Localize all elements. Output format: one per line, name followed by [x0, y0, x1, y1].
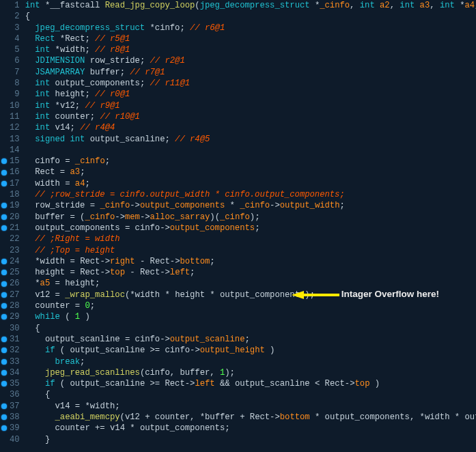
- breakpoint-icon[interactable]: [1, 270, 7, 275]
- breakpoint-icon[interactable]: [1, 370, 7, 376]
- gutter-row[interactable]: 22: [1, 234, 20, 244]
- code-line[interactable]: v14 = *width;: [25, 401, 476, 412]
- code-line[interactable]: height = Rect->top - Rect->left;: [25, 267, 476, 278]
- gutter-row[interactable]: 26: [1, 278, 20, 289]
- code-line[interactable]: }: [25, 434, 476, 445]
- gutter-row[interactable]: 7: [1, 67, 20, 78]
- code-line[interactable]: JSAMPARRAY buffer; // r7@1: [25, 67, 476, 78]
- code-line[interactable]: width = a4;: [25, 178, 476, 189]
- code-line[interactable]: jpeg_decompress_struct *cinfo; // r6@1: [25, 23, 476, 33]
- gutter-row[interactable]: 12: [1, 122, 20, 133]
- code-line[interactable]: int *width; // r8@1: [25, 44, 476, 55]
- breakpoint-icon[interactable]: [1, 281, 7, 287]
- breakpoint-icon[interactable]: [1, 203, 7, 208]
- breakpoint-icon[interactable]: [1, 259, 7, 264]
- code-line[interactable]: // ;Right = width: [25, 234, 476, 244]
- code-line[interactable]: {: [25, 323, 476, 334]
- breakpoint-icon[interactable]: [1, 337, 7, 342]
- code-line[interactable]: // ;row_stride = cinfo.output_width * ci…: [25, 189, 476, 200]
- gutter-row[interactable]: 2: [1, 11, 20, 22]
- breakpoint-icon[interactable]: [1, 425, 7, 431]
- code-line[interactable]: _aeabi_memcpy(v12 + counter, *buffer + R…: [25, 412, 476, 423]
- gutter-row[interactable]: 29: [1, 311, 20, 322]
- gutter-row[interactable]: 3: [1, 23, 20, 33]
- gutter-row[interactable]: 39: [1, 423, 20, 434]
- breakpoint-icon[interactable]: [1, 303, 7, 309]
- gutter-row[interactable]: 31: [1, 334, 20, 345]
- gutter-row[interactable]: 13: [1, 134, 20, 145]
- code-line[interactable]: buffer = (_cinfo->mem->alloc_sarray)(_ci…: [25, 212, 476, 223]
- breakpoint-icon[interactable]: [1, 292, 7, 298]
- code-line[interactable]: {: [25, 11, 476, 22]
- breakpoint-icon[interactable]: [1, 359, 7, 365]
- gutter-row[interactable]: 37: [1, 401, 20, 412]
- code-area[interactable]: int *__fastcall Read_jpg_copy_loop(jpeg_…: [23, 0, 476, 452]
- gutter-row[interactable]: 27: [1, 289, 20, 300]
- gutter-row[interactable]: 38: [1, 412, 20, 423]
- gutter-row[interactable]: 4: [1, 33, 20, 44]
- code-line[interactable]: counter += v14 * output_components;: [25, 423, 476, 434]
- gutter-row[interactable]: 36: [1, 389, 20, 400]
- gutter-row[interactable]: 17: [1, 178, 20, 189]
- breakpoint-icon[interactable]: [1, 181, 7, 186]
- code-line[interactable]: int v14; // r4@4: [25, 122, 476, 133]
- gutter-row[interactable]: 40: [1, 434, 20, 445]
- gutter-row[interactable]: 14: [1, 145, 20, 156]
- gutter-row[interactable]: 18: [1, 189, 20, 200]
- gutter-row[interactable]: 33: [1, 356, 20, 367]
- code-line[interactable]: signed int output_scanline; // r4@5: [25, 134, 476, 145]
- gutter-row[interactable]: 28: [1, 300, 20, 311]
- gutter-row[interactable]: 1: [1, 0, 20, 11]
- breakpoint-icon[interactable]: [1, 158, 7, 164]
- code-line[interactable]: [25, 145, 476, 156]
- gutter-row[interactable]: 23: [1, 245, 20, 256]
- code-line[interactable]: JDIMENSION row_stride; // r2@1: [25, 55, 476, 66]
- code-line[interactable]: cinfo = _cinfo;: [25, 156, 476, 167]
- code-line[interactable]: output_scanline = cinfo->output_scanline…: [25, 334, 476, 345]
- code-line[interactable]: {: [25, 389, 476, 400]
- gutter-row[interactable]: 30: [1, 323, 20, 334]
- breakpoint-icon[interactable]: [1, 414, 7, 420]
- gutter-row[interactable]: 6: [1, 55, 20, 66]
- breakpoint-icon[interactable]: [1, 214, 7, 220]
- gutter-row[interactable]: 8: [1, 78, 20, 89]
- code-line[interactable]: Rect *Rect; // r5@1: [25, 33, 476, 44]
- gutter-row[interactable]: 15: [1, 156, 20, 167]
- gutter-row[interactable]: 32: [1, 345, 20, 356]
- code-line[interactable]: break;: [25, 356, 476, 367]
- gutter-row[interactable]: 11: [1, 111, 20, 122]
- code-line[interactable]: row_stride = _cinfo->output_components *…: [25, 200, 476, 211]
- code-line[interactable]: v12 = _wrap_malloc(*width * height * out…: [25, 289, 476, 300]
- code-line[interactable]: jpeg_read_scanlines(cinfo, buffer, 1);: [25, 367, 476, 378]
- gutter-row[interactable]: 5: [1, 44, 20, 55]
- gutter-row[interactable]: 21: [1, 223, 20, 234]
- code-line[interactable]: while ( 1 ): [25, 311, 476, 322]
- breakpoint-icon[interactable]: [1, 348, 7, 353]
- breakpoint-icon[interactable]: [1, 314, 7, 320]
- breakpoint-icon[interactable]: [1, 170, 7, 175]
- code-line[interactable]: *width = Rect->right - Rect->bottom;: [25, 256, 476, 267]
- code-line[interactable]: int height; // r0@1: [25, 89, 476, 100]
- code-line[interactable]: int output_components; // r11@1: [25, 78, 476, 89]
- code-line[interactable]: int counter; // r10@1: [25, 111, 476, 122]
- breakpoint-icon[interactable]: [1, 404, 7, 409]
- breakpoint-icon[interactable]: [1, 381, 7, 386]
- code-line[interactable]: // ;Top = height: [25, 245, 476, 256]
- code-line[interactable]: if ( output_scanline >= cinfo->output_he…: [25, 345, 476, 356]
- code-line[interactable]: if ( output_scanline >= Rect->left && ou…: [25, 378, 476, 389]
- gutter-row[interactable]: 35: [1, 378, 20, 389]
- gutter-row[interactable]: 24: [1, 256, 20, 267]
- code-line[interactable]: *a5 = height;: [25, 278, 476, 289]
- code-line[interactable]: output_components = cinfo->output_compon…: [25, 223, 476, 234]
- breakpoint-icon[interactable]: [1, 225, 7, 231]
- gutter-row[interactable]: 19: [1, 200, 20, 211]
- gutter-row[interactable]: 34: [1, 367, 20, 378]
- gutter-row[interactable]: 9: [1, 89, 20, 100]
- code-line[interactable]: int *__fastcall Read_jpg_copy_loop(jpeg_…: [25, 0, 476, 11]
- gutter-row[interactable]: 16: [1, 167, 20, 178]
- gutter-row[interactable]: 10: [1, 100, 20, 111]
- code-line[interactable]: Rect = a3;: [25, 167, 476, 178]
- code-line[interactable]: int *v12; // r9@1: [25, 100, 476, 111]
- code-line[interactable]: counter = 0;: [25, 300, 476, 311]
- gutter-row[interactable]: 25: [1, 267, 20, 278]
